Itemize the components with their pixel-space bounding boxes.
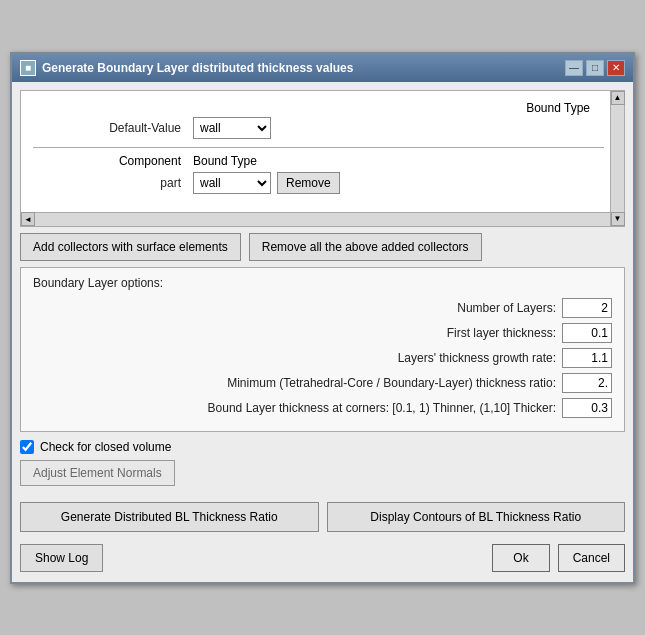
first-layer-thickness-label: First layer thickness: [447,326,556,340]
generate-distributed-button[interactable]: Generate Distributed BL Thickness Ratio [20,502,319,532]
check-closed-volume-row: Check for closed volume [20,440,625,454]
first-layer-thickness-input[interactable] [562,323,612,343]
part-row: part wall inlet outlet symmetry Remove [33,172,604,194]
boundary-layer-options-box: Boundary Layer options: Number of Layers… [20,267,625,432]
display-contours-button[interactable]: Display Contours of BL Thickness Ratio [327,502,626,532]
add-collectors-button[interactable]: Add collectors with surface elements [20,233,241,261]
vertical-scrollbar[interactable]: ▲ ▼ [610,91,624,226]
part-label: part [33,176,193,190]
show-log-button[interactable]: Show Log [20,544,103,572]
number-of-layers-label: Number of Layers: [457,301,556,315]
window-body: Bound Type Default-Value wall inlet outl… [12,82,633,582]
first-layer-thickness-row: First layer thickness: [33,323,612,343]
bound-type-label-component: Bound Type [193,154,257,168]
default-value-select[interactable]: wall inlet outlet symmetry [193,117,271,139]
horizontal-scrollbar[interactable]: ◄ ► [21,212,624,226]
window-title: Generate Boundary Layer distributed thic… [42,61,353,75]
footer-row: Show Log Ok Cancel [20,540,625,574]
component-label: Component [119,154,181,168]
title-bar: ■ Generate Boundary Layer distributed th… [12,54,633,82]
bound-layer-corners-input[interactable] [562,398,612,418]
scroll-up-arrow[interactable]: ▲ [611,91,625,105]
scroll-left-arrow[interactable]: ◄ [21,212,35,226]
growth-rate-row: Layers' thickness growth rate: [33,348,612,368]
bound-layer-corners-row: Bound Layer thickness at corners: [0.1, … [33,398,612,418]
options-title: Boundary Layer options: [33,276,612,290]
min-ratio-input[interactable] [562,373,612,393]
ok-button[interactable]: Ok [492,544,549,572]
default-value-row: Default-Value wall inlet outlet symmetry [33,117,604,139]
check-closed-volume-label: Check for closed volume [40,440,171,454]
min-ratio-label: Minimum (Tetrahedral-Core / Boundary-Lay… [227,376,556,390]
cancel-button[interactable]: Cancel [558,544,625,572]
number-of-layers-row: Number of Layers: [33,298,612,318]
scroll-container: Bound Type Default-Value wall inlet outl… [20,90,625,227]
min-ratio-row: Minimum (Tetrahedral-Core / Boundary-Lay… [33,373,612,393]
remove-collectors-button[interactable]: Remove all the above added collectors [249,233,482,261]
remove-button[interactable]: Remove [277,172,340,194]
collector-buttons-row: Add collectors with surface elements Rem… [20,233,625,261]
title-bar-buttons: — □ ✕ [565,60,625,76]
minimize-button[interactable]: — [565,60,583,76]
app-icon: ■ [20,60,36,76]
footer-right: Ok Cancel [492,544,625,572]
main-window: ■ Generate Boundary Layer distributed th… [10,52,635,584]
bound-layer-corners-label: Bound Layer thickness at corners: [0.1, … [208,401,556,415]
close-button[interactable]: ✕ [607,60,625,76]
check-closed-volume-checkbox[interactable] [20,440,34,454]
maximize-button[interactable]: □ [586,60,604,76]
growth-rate-label: Layers' thickness growth rate: [398,351,556,365]
title-bar-left: ■ Generate Boundary Layer distributed th… [20,60,353,76]
bound-type-header: Bound Type [526,101,590,115]
component-bound-type-select[interactable]: wall inlet outlet symmetry [193,172,271,194]
growth-rate-input[interactable] [562,348,612,368]
default-value-label: Default-Value [33,121,193,135]
generate-buttons-row: Generate Distributed BL Thickness Ratio … [20,502,625,532]
number-of-layers-input[interactable] [562,298,612,318]
adjust-normals-button[interactable]: Adjust Element Normals [20,460,175,486]
scroll-inner: Bound Type Default-Value wall inlet outl… [21,91,624,212]
scroll-down-arrow[interactable]: ▼ [611,212,625,226]
